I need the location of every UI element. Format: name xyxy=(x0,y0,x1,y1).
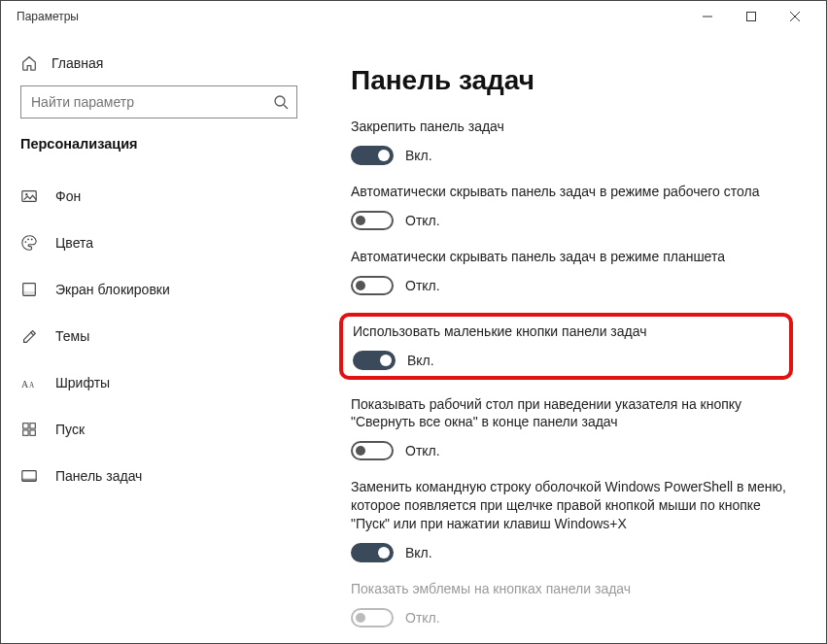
home-icon xyxy=(20,54,38,72)
window-title: Параметры xyxy=(11,10,685,23)
sidebar-item-background[interactable]: Фон xyxy=(1,173,317,220)
setting-powershell: Заменить командную строку оболочкой Wind… xyxy=(351,478,787,562)
svg-rect-12 xyxy=(23,291,36,296)
close-icon xyxy=(790,12,800,21)
fonts-icon: AA xyxy=(20,374,38,391)
setting-label: Использовать маленькие кнопки панели зад… xyxy=(353,322,779,341)
maximize-icon xyxy=(746,12,756,21)
close-button[interactable] xyxy=(773,1,816,32)
sidebar-item-fonts[interactable]: AA Шрифты xyxy=(1,359,317,406)
setting-label: Показывать рабочий стол при наведении ук… xyxy=(351,395,787,432)
svg-rect-20 xyxy=(22,479,36,482)
setting-lock-taskbar: Закрепить панель задач Вкл. xyxy=(351,118,787,165)
setting-label: Заменить командную строку оболочкой Wind… xyxy=(351,478,787,533)
setting-badges: Показать эмблемы на кнопках панели задач… xyxy=(351,580,787,627)
sidebar-item-label: Шрифты xyxy=(55,375,110,390)
svg-point-4 xyxy=(275,96,285,106)
sidebar-item-label: Панель задач xyxy=(55,468,142,484)
toggle-lock-taskbar[interactable] xyxy=(351,146,394,165)
svg-line-5 xyxy=(284,105,288,109)
sidebar-item-label: Экран блокировки xyxy=(55,282,170,297)
setting-label: Автоматически скрывать панель задач в ре… xyxy=(351,248,787,266)
sidebar-nav: Фон Цвета Экран блокировки Темы AA Шрифт… xyxy=(1,173,317,499)
sidebar-item-label: Фон xyxy=(55,188,81,204)
svg-rect-17 xyxy=(23,430,28,435)
svg-point-8 xyxy=(25,241,27,243)
window-controls xyxy=(685,1,816,32)
svg-rect-1 xyxy=(746,13,755,21)
sidebar-item-themes[interactable]: Темы xyxy=(1,313,317,359)
toggle-state: Вкл. xyxy=(405,148,432,163)
toggle-autohide-tablet[interactable] xyxy=(351,276,394,295)
home-link[interactable]: Главная xyxy=(1,47,317,85)
picture-icon xyxy=(20,187,38,205)
palette-icon xyxy=(20,234,38,252)
toggle-badges xyxy=(351,608,394,627)
sidebar-item-label: Темы xyxy=(55,328,89,344)
svg-rect-16 xyxy=(30,424,35,428)
setting-autohide-tablet: Автоматически скрывать панель задач в ре… xyxy=(351,248,787,295)
toggle-peek-desktop[interactable] xyxy=(351,441,394,460)
setting-autohide-desktop: Автоматически скрывать панель задач в ре… xyxy=(351,183,787,230)
content-pane: Панель задач Закрепить панель задач Вкл.… xyxy=(317,32,826,643)
sidebar-item-taskbar[interactable]: Панель задач xyxy=(1,453,317,499)
svg-rect-15 xyxy=(23,424,28,428)
search-box[interactable] xyxy=(20,85,297,119)
sidebar-item-label: Пуск xyxy=(55,422,85,437)
maximize-button[interactable] xyxy=(729,1,773,32)
setting-label: Закрепить панель задач xyxy=(351,118,787,136)
setting-label: Показать эмблемы на кнопках панели задач xyxy=(351,580,787,598)
toggle-powershell[interactable] xyxy=(351,543,394,562)
toggle-small-buttons[interactable] xyxy=(353,351,396,370)
toggle-state: Откл. xyxy=(405,213,440,228)
minimize-button[interactable] xyxy=(685,1,729,32)
sidebar-item-colors[interactable]: Цвета xyxy=(1,220,317,266)
svg-point-7 xyxy=(25,193,27,195)
search-icon xyxy=(273,94,289,110)
toggle-autohide-desktop[interactable] xyxy=(351,211,394,230)
svg-rect-18 xyxy=(30,430,35,435)
setting-label: Автоматически скрывать панель задач в ре… xyxy=(351,183,787,201)
lockscreen-icon xyxy=(20,281,38,298)
minimize-icon xyxy=(703,12,712,21)
taskbar-icon xyxy=(20,467,38,485)
svg-point-9 xyxy=(27,239,29,241)
home-label: Главная xyxy=(52,55,103,71)
toggle-state: Откл. xyxy=(405,278,440,293)
toggle-state: Откл. xyxy=(405,443,440,458)
title-bar: Параметры xyxy=(1,1,826,32)
svg-text:A: A xyxy=(21,379,29,390)
toggle-state: Откл. xyxy=(405,610,440,626)
page-heading: Панель задач xyxy=(351,65,787,96)
start-icon xyxy=(20,421,38,438)
svg-point-10 xyxy=(31,239,33,241)
sidebar-section-title: Персонализация xyxy=(1,136,317,173)
toggle-state: Вкл. xyxy=(407,353,434,368)
svg-text:A: A xyxy=(29,382,35,390)
themes-icon xyxy=(20,327,38,345)
sidebar-item-lockscreen[interactable]: Экран блокировки xyxy=(1,266,317,313)
setting-peek-desktop: Показывать рабочий стол при наведении ук… xyxy=(351,395,787,461)
sidebar-item-label: Цвета xyxy=(55,235,93,251)
setting-small-buttons: Использовать маленькие кнопки панели зад… xyxy=(339,313,793,380)
sidebar-item-start[interactable]: Пуск xyxy=(1,406,317,453)
sidebar: Главная Персонализация Фон Цвета Экран б… xyxy=(1,32,317,643)
toggle-state: Вкл. xyxy=(405,545,432,560)
search-input[interactable] xyxy=(31,94,273,110)
